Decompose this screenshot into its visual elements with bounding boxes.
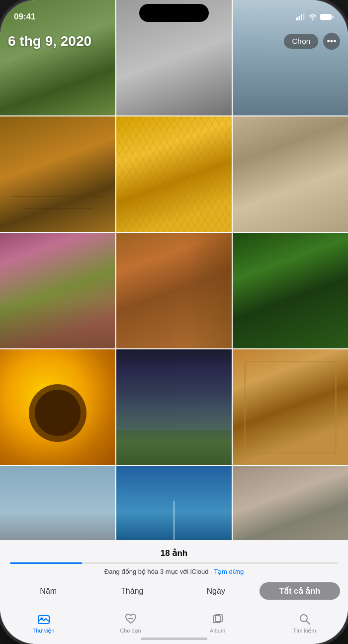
svg-rect-5 (321, 14, 331, 19)
nav-album-label: Album (210, 628, 225, 634)
nav-cho-ban[interactable]: Cho bạn (87, 612, 174, 634)
svg-rect-3 (303, 13, 305, 20)
home-indicator (141, 638, 207, 640)
album-icon (211, 612, 225, 626)
header-buttons: Chọn ••• (284, 33, 340, 50)
svg-rect-1 (299, 16, 300, 20)
photo-cell-14[interactable] (233, 466, 348, 540)
status-time: 09:41 (14, 12, 35, 22)
photo-cell-5[interactable] (233, 116, 348, 232)
status-icons (296, 13, 334, 20)
photo-count: 18 ảnh (0, 548, 348, 558)
svg-rect-6 (332, 15, 334, 18)
tab-tatcaanh[interactable]: Tất cả ảnh (260, 582, 341, 600)
sync-message: Đang đồng bộ hóa 3 mục với iCloud · (104, 568, 214, 575)
nav-thu-vien-label: Thư viện (33, 628, 55, 634)
photo-cell-6[interactable] (0, 233, 115, 348)
photo-grid (0, 0, 348, 540)
nav-cho-ban-label: Cho bạn (120, 628, 141, 634)
tab-nam[interactable]: Năm (8, 582, 89, 600)
bottom-panel: 18 ảnh Đang đồng bộ hóa 3 mục với iCloud… (0, 540, 348, 644)
svg-line-13 (306, 621, 310, 625)
photo-cell-7[interactable] (116, 233, 232, 348)
photo-header: 6 thg 9, 2020 Chọn ••• (0, 27, 348, 54)
nav-tim-kiem[interactable]: Tìm kiếm (261, 612, 348, 634)
phone-screen: 09:41 (0, 0, 348, 644)
photo-date: 6 thg 9, 2020 (8, 33, 91, 49)
search-icon (298, 612, 312, 626)
photo-cell-13[interactable] (116, 466, 232, 540)
nav-thu-vien[interactable]: Thư viện (0, 612, 87, 634)
photo-cell-8[interactable] (233, 233, 348, 348)
photo-cell-12[interactable] (0, 466, 115, 540)
sync-pause-link[interactable]: Tạm dừng (214, 568, 244, 575)
view-tabs: Năm Tháng Ngày Tất cả ảnh (8, 582, 340, 600)
svg-rect-2 (301, 14, 302, 20)
svg-rect-9 (128, 618, 133, 619)
nav-tim-kiem-label: Tìm kiếm (293, 628, 316, 634)
sync-progress-fill (10, 562, 82, 564)
tab-thang[interactable]: Tháng (92, 582, 173, 600)
signal-icon (296, 13, 305, 20)
photo-cell-11[interactable] (233, 349, 348, 465)
battery-icon (320, 13, 334, 20)
tab-ngay[interactable]: Ngày (175, 582, 257, 600)
photo-cell-9[interactable] (0, 349, 115, 465)
photo-cell-10[interactable] (116, 349, 232, 465)
heart-icon (124, 612, 138, 626)
photos-icon (37, 612, 51, 626)
photo-cell-4[interactable] (116, 116, 232, 232)
phone-device: 09:41 (0, 0, 348, 644)
dynamic-island (139, 4, 209, 22)
sync-progress-bar (10, 562, 338, 564)
nav-album[interactable]: Album (174, 612, 261, 634)
more-button[interactable]: ••• (323, 33, 340, 50)
wifi-icon (308, 13, 317, 20)
sync-text: Đang đồng bộ hóa 3 mục với iCloud · Tạm … (0, 568, 348, 575)
chon-button[interactable]: Chọn (284, 34, 318, 49)
photos-area: 6 thg 9, 2020 Chọn ••• (0, 0, 348, 540)
svg-rect-0 (296, 17, 298, 20)
photo-cell-3[interactable] (0, 116, 115, 232)
